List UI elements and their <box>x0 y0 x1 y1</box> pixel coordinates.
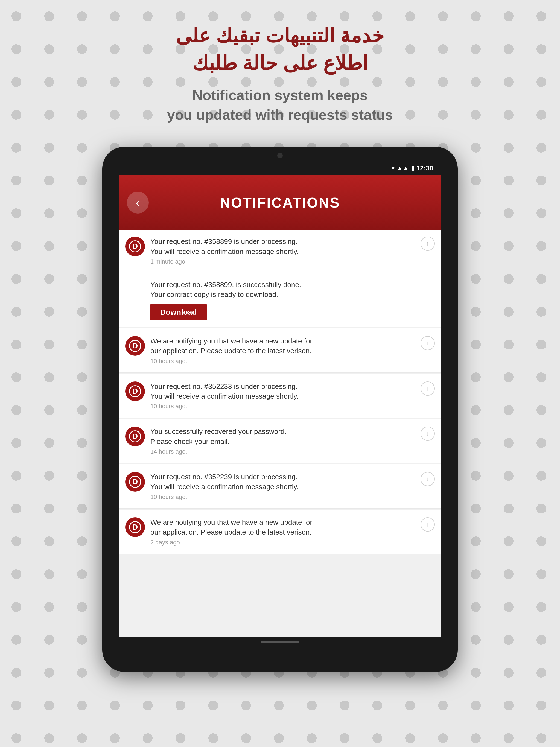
page-content: خدمة التنبيهات تبقيك على اطلاع على حالة … <box>0 0 560 672</box>
notif-expand-5[interactable]: ↓ <box>421 472 435 486</box>
expand-down-icon: ↓ <box>426 521 429 528</box>
signal-icon: ▲▲ <box>397 164 409 172</box>
status-bar: ▾ ▲▲ ▮ 12:30 <box>119 161 441 175</box>
expand-down-icon: ↓ <box>426 430 429 437</box>
notif-content-5: Your request no. #352239 is under proces… <box>150 472 415 500</box>
expand-up-icon: ↑ <box>426 240 429 247</box>
notification-item-2: D We are notifying you that we have a ne… <box>119 328 441 373</box>
notif-icon-1: D <box>125 236 145 256</box>
notif-expand-3[interactable]: ↓ <box>421 381 435 396</box>
notif-content-1: Your request no. #358899 is under proces… <box>150 236 415 265</box>
arabic-title: خدمة التنبيهات تبقيك على اطلاع على حالة … <box>167 22 393 77</box>
notif-expand-1[interactable]: ↑ <box>421 236 435 251</box>
notif-expand-6[interactable]: ↓ <box>421 517 435 532</box>
notif-content-2: We are notifying you that we have a new … <box>150 336 415 365</box>
tablet-screen: ▾ ▲▲ ▮ 12:30 ‹ NOTIFICATIONS <box>119 161 441 637</box>
notification-item-5: D Your request no. #352239 is under proc… <box>119 464 441 509</box>
notif-icon-5: D <box>125 472 145 492</box>
back-arrow-icon: ‹ <box>136 197 139 208</box>
notif-expand-4[interactable]: ↓ <box>421 427 435 441</box>
expand-down-icon: ↓ <box>426 475 429 483</box>
tablet-camera <box>277 153 283 158</box>
notification-item-6: D We are notifying you that we have a ne… <box>119 510 441 554</box>
status-icons: ▾ ▲▲ ▮ 12:30 <box>391 164 433 172</box>
notifications-list: D Your request no. #358899 is under proc… <box>119 230 441 637</box>
notif-content-4: You successfully recovered your password… <box>150 427 415 455</box>
notification-item-3: D Your request no. #352233 is under proc… <box>119 374 441 418</box>
page-title: NOTIFICATIONS <box>220 195 340 211</box>
tablet-home-indicator <box>261 641 299 643</box>
notification-item-4: D You successfully recovered your passwo… <box>119 419 441 463</box>
wifi-icon: ▾ <box>391 164 394 172</box>
notification-item-1: D Your request no. #358899 is under proc… <box>119 230 441 327</box>
expand-down-icon: ↓ <box>426 340 429 347</box>
download-button[interactable]: Download <box>150 304 207 320</box>
notif-expanded-content-1: Your request no. #358899, is successfull… <box>119 275 308 327</box>
app-header: ‹ NOTIFICATIONS <box>119 175 441 230</box>
notif-icon-3: D <box>125 381 145 401</box>
back-button[interactable]: ‹ <box>127 192 149 213</box>
tablet-device: ▾ ▲▲ ▮ 12:30 ‹ NOTIFICATIONS <box>102 147 458 672</box>
header-section: خدمة التنبيهات تبقيك على اطلاع على حالة … <box>167 22 393 125</box>
notif-content-3: Your request no. #352233 is under proces… <box>150 381 415 410</box>
notif-icon-4: D <box>125 427 145 446</box>
battery-icon: ▮ <box>411 164 414 172</box>
notif-expand-2[interactable]: ↓ <box>421 336 435 350</box>
notif-content-6: We are notifying you that we have a new … <box>150 517 415 546</box>
notif-icon-6: D <box>125 517 145 537</box>
status-time: 12:30 <box>416 164 433 172</box>
notif-icon-2: D <box>125 336 145 356</box>
expand-down-icon: ↓ <box>426 385 429 392</box>
english-subtitle: Notification system keeps you updated wi… <box>167 85 393 125</box>
